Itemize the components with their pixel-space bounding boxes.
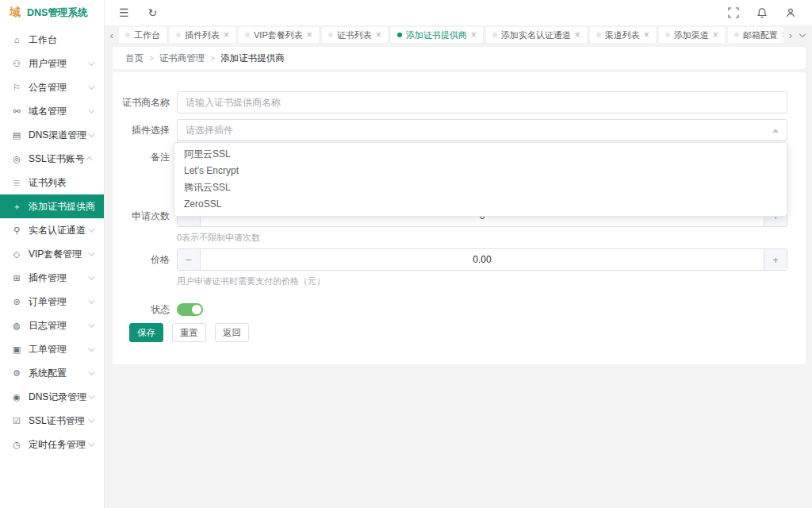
plugin-select-label: 插件选择 bbox=[121, 119, 170, 141]
caret-up-icon bbox=[772, 129, 779, 133]
breadcrumb-item[interactable]: 证书商管理 bbox=[159, 52, 205, 64]
apply-count-label: 申请次数 bbox=[121, 205, 170, 227]
provider-name-input[interactable] bbox=[186, 97, 779, 108]
link-icon: ⚯ bbox=[11, 106, 22, 117]
record-icon: ◉ bbox=[11, 392, 22, 402]
chevron-down-icon bbox=[88, 273, 94, 279]
tabs-dropdown-icon[interactable] bbox=[799, 31, 806, 39]
chevron-down-icon bbox=[88, 297, 94, 303]
tab-label: 邮箱配置 bbox=[743, 29, 778, 41]
increase-button[interactable]: + bbox=[764, 249, 787, 270]
breadcrumb-item[interactable]: 首页 bbox=[125, 52, 144, 64]
sidebar-item-user-mgmt[interactable]: ⚇用户管理 bbox=[0, 52, 104, 75]
sidebar-item-domain-mgmt[interactable]: ⚯域名管理 bbox=[0, 99, 104, 123]
price-value[interactable]: 0.00 bbox=[201, 249, 763, 270]
user-icon[interactable] bbox=[785, 7, 796, 18]
price-row: 价格 − 0.00 + bbox=[121, 248, 787, 271]
tab-label: 插件列表 bbox=[185, 29, 220, 41]
remark-label: 备注 bbox=[121, 146, 170, 168]
tab-label: 添加渠道 bbox=[674, 29, 709, 41]
tab-mail-config[interactable]: 邮箱配置× bbox=[728, 27, 783, 43]
reset-button[interactable]: 重置 bbox=[172, 323, 206, 342]
bell-icon[interactable] bbox=[756, 7, 768, 18]
collapse-menu-icon[interactable]: ☰ bbox=[119, 7, 129, 18]
sidebar-item-label: DNS记录管理 bbox=[29, 391, 88, 404]
logo-icon: 域 bbox=[10, 6, 21, 20]
tab-channel-list[interactable]: 渠道列表× bbox=[590, 27, 656, 43]
dropdown-option[interactable]: Let's Encrypt bbox=[174, 163, 787, 179]
sidebar-item-dns-channel-mgmt[interactable]: ▤DNS渠道管理 bbox=[0, 123, 104, 147]
sidebar-item-dns-record-mgmt[interactable]: ◉DNS记录管理 bbox=[0, 385, 104, 409]
refresh-icon[interactable]: ↻ bbox=[148, 7, 158, 18]
sidebar-item-workbench[interactable]: ⌂工作台 bbox=[0, 28, 104, 52]
dropdown-option[interactable]: 腾讯云SSL bbox=[174, 179, 787, 196]
order-icon: ⊛ bbox=[11, 297, 22, 307]
plugin-select-placeholder: 请选择插件 bbox=[186, 124, 772, 137]
sidebar-item-order-mgmt[interactable]: ⊛订单管理 bbox=[0, 290, 104, 314]
tabs-scroll-right-icon[interactable]: › bbox=[786, 30, 795, 40]
sidebar-item-label: SSL证书账号 bbox=[29, 152, 88, 166]
plugin-select-row: 插件选择 请选择插件 bbox=[121, 119, 787, 141]
chevron-down-icon bbox=[88, 225, 94, 232]
close-icon[interactable]: × bbox=[471, 30, 477, 40]
sidebar-item-add-cert-provider[interactable]: ＋添加证书提供商 bbox=[0, 194, 104, 218]
shield-icon: ◎ bbox=[11, 154, 22, 164]
sidebar-item-ticket-mgmt[interactable]: ▣工单管理 bbox=[0, 337, 104, 361]
sidebar-item-system-config[interactable]: ⚙系统配置 bbox=[0, 361, 104, 385]
price-stepper: − 0.00 + bbox=[177, 248, 787, 271]
topbar: ☰ ↻ bbox=[105, 0, 812, 25]
breadcrumb-separator: > bbox=[149, 54, 154, 63]
sidebar-item-announcement-mgmt[interactable]: ⚐公告管理 bbox=[0, 75, 104, 99]
sidebar-item-vip-package-mgmt[interactable]: ◇VIP套餐管理 bbox=[0, 242, 104, 266]
tab-cert-list[interactable]: 证书列表× bbox=[322, 27, 388, 43]
close-icon[interactable]: × bbox=[307, 30, 312, 40]
sidebar-item-label: 工单管理 bbox=[29, 343, 88, 356]
close-icon[interactable]: × bbox=[224, 30, 229, 40]
chevron-down-icon bbox=[88, 344, 94, 351]
tab-plugin-list[interactable]: 插件列表× bbox=[170, 27, 236, 43]
sidebar-item-realname-channel[interactable]: ⚲实名认证通道 bbox=[0, 218, 104, 242]
sidebar-item-cron-task-mgmt[interactable]: ◷定时任务管理 bbox=[0, 433, 104, 456]
tab-bar: 工作台插件列表×VIP套餐列表×证书列表×添加证书提供商×添加实名认证通道×渠道… bbox=[119, 27, 783, 43]
back-button[interactable]: 返回 bbox=[215, 323, 249, 342]
chevron-down-icon bbox=[88, 368, 94, 375]
sidebar-item-plugin-mgmt[interactable]: ⊞插件管理 bbox=[0, 266, 104, 290]
chevron-down-icon bbox=[88, 249, 94, 256]
tab-add-realname-channel[interactable]: 添加实名认证通道× bbox=[486, 27, 587, 43]
sidebar-item-label: 实名认证通道 bbox=[29, 224, 88, 237]
plugin-select[interactable]: 请选择插件 bbox=[177, 119, 787, 141]
tab-add-cert-provider[interactable]: 添加证书提供商× bbox=[391, 27, 483, 43]
ticket-icon: ▣ bbox=[11, 344, 22, 355]
tab-workbench[interactable]: 工作台 bbox=[119, 27, 167, 43]
sidebar-item-log-mgmt[interactable]: ◍日志管理 bbox=[0, 314, 104, 337]
close-icon[interactable]: × bbox=[376, 30, 381, 40]
diamond-icon: ◇ bbox=[11, 249, 22, 260]
apply-count-hint: 0表示不限制申请次数 bbox=[177, 232, 260, 243]
close-icon[interactable]: × bbox=[713, 30, 718, 40]
close-icon[interactable]: × bbox=[782, 30, 783, 40]
save-button[interactable]: 保存 bbox=[129, 323, 163, 342]
flag-icon: ⚐ bbox=[11, 83, 22, 93]
status-toggle[interactable] bbox=[177, 303, 203, 316]
sidebar-item-ssl-cert-mgmt[interactable]: ☑SSL证书管理 bbox=[0, 409, 104, 433]
tab-vip-package-list[interactable]: VIP套餐列表× bbox=[239, 27, 319, 43]
sidebar-item-ssl-cert-account[interactable]: ◎SSL证书账号 bbox=[0, 147, 104, 171]
tabs-scroll-left-icon[interactable]: ‹ bbox=[107, 30, 117, 40]
tab-dot-icon bbox=[328, 33, 333, 37]
tab-dot-icon bbox=[596, 33, 601, 37]
list-icon: ≣ bbox=[11, 178, 22, 188]
chevron-down-icon bbox=[88, 392, 94, 398]
dropdown-option[interactable]: 阿里云SSL bbox=[174, 146, 787, 163]
close-icon[interactable]: × bbox=[575, 30, 580, 40]
tab-label: 添加实名认证通道 bbox=[501, 29, 571, 41]
close-icon[interactable]: × bbox=[644, 30, 649, 40]
tab-dot-icon bbox=[492, 33, 497, 37]
sidebar-item-label: 订单管理 bbox=[29, 295, 88, 309]
sidebar-item-label: 工作台 bbox=[29, 33, 104, 47]
fullscreen-icon[interactable] bbox=[728, 7, 739, 18]
decrease-button[interactable]: − bbox=[178, 249, 201, 270]
dropdown-option[interactable]: ZeroSSL bbox=[174, 196, 787, 213]
sidebar-item-cert-list[interactable]: ≣证书列表 bbox=[0, 171, 104, 194]
chevron-down-icon bbox=[88, 321, 94, 327]
tab-add-channel[interactable]: 添加渠道× bbox=[659, 27, 725, 43]
